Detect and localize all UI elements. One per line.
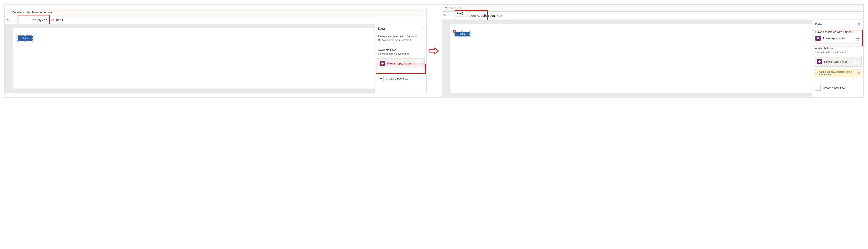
- resize-handle[interactable]: [17, 40, 18, 42]
- resize-handle[interactable]: [24, 40, 26, 42]
- resize-handle[interactable]: [32, 35, 33, 36]
- canvas[interactable]: Button ✕ ⌄: [451, 24, 812, 93]
- info-icon: ⓘ: [815, 72, 818, 75]
- info-banner: ⓘ Complete flow's parameters in formula …: [814, 69, 862, 77]
- resize-handle[interactable]: [32, 37, 33, 39]
- close-icon[interactable]: ✕: [858, 72, 860, 75]
- canvas[interactable]: Button: [13, 28, 375, 88]
- data-panel: Data ✕ Flows associated with 'Button1' N…: [375, 24, 426, 93]
- create-flow-button[interactable]: ＋ Create a new flow: [375, 74, 426, 83]
- available-flows-heading: Available flows: [375, 47, 426, 52]
- flow-item[interactable]: Power Apps button ⋯: [377, 58, 425, 68]
- left-pane: On select Power Automate fx ⌄ Set(myvar,…: [4, 9, 427, 93]
- arrow-icon: [429, 47, 439, 55]
- no-flows-text: No flows have been selected.: [375, 39, 426, 44]
- env-text: Flows from this environment: [812, 51, 863, 56]
- data-panel-title: Data: [815, 22, 822, 26]
- fx-label[interactable]: fx ⌄: [5, 16, 14, 24]
- formula-bar[interactable]: fx ⌄ PowerAppsbutton.Run(: [442, 11, 864, 20]
- close-icon[interactable]: ✕: [421, 27, 423, 30]
- chevron-down-icon[interactable]: ⌄: [457, 30, 459, 33]
- action-icon: [8, 11, 11, 14]
- create-flow-button[interactable]: ＋ Create a new flow: [812, 83, 863, 93]
- resize-handle[interactable]: [461, 36, 463, 37]
- svg-rect-0: [8, 11, 10, 13]
- chevron-down-icon: ⌄: [10, 19, 12, 21]
- more-button[interactable]: ⋯: [417, 61, 422, 66]
- flow-item[interactable]: Power Apps bon ⋯: [814, 57, 862, 66]
- flow-name: Power Apps button: [387, 62, 414, 65]
- resize-handle[interactable]: [469, 30, 471, 32]
- powerapps-icon: [815, 36, 820, 41]
- available-flows-heading: Available flows: [812, 45, 863, 51]
- text-cursor: [504, 14, 504, 18]
- resize-handle[interactable]: [24, 35, 26, 36]
- svg-rect-1: [445, 7, 447, 9]
- env-text: Flows from this environment: [375, 52, 426, 58]
- fx-label[interactable]: fx ⌄: [442, 11, 451, 20]
- resize-handle[interactable]: [454, 33, 455, 35]
- plus-icon: ＋: [378, 76, 384, 81]
- resize-handle[interactable]: [17, 37, 18, 39]
- data-panel-title: Data: [378, 27, 385, 30]
- resize-handle[interactable]: [469, 36, 471, 37]
- powerapps-icon: [380, 61, 385, 66]
- resize-handle[interactable]: [454, 36, 455, 37]
- plus-icon: ＋: [815, 85, 820, 91]
- formula-bar[interactable]: fx ⌄ Set(myvar,"Value"): [5, 16, 426, 24]
- resize-handle[interactable]: [454, 30, 455, 32]
- more-button[interactable]: ⋯: [854, 59, 858, 64]
- right-pane: On select Run() fx ⌄ PowerAppsbutton.Run…: [442, 4, 864, 97]
- canvas-area: Button Data ✕ Flows asso: [5, 24, 426, 93]
- resize-handle[interactable]: [469, 33, 471, 35]
- flow-item[interactable]: Power Apps button ⋯: [812, 34, 863, 42]
- flow-name: Power Apps bon: [824, 60, 851, 63]
- canvas-area: Button ✕ ⌄ Data ✕: [442, 20, 864, 97]
- resize-handle[interactable]: [461, 30, 463, 32]
- resize-handle[interactable]: [17, 35, 18, 36]
- flow-name: Power Apps button: [823, 37, 853, 40]
- close-icon[interactable]: ✕: [858, 23, 860, 26]
- resize-handle[interactable]: [32, 40, 33, 42]
- powerapps-icon: [817, 59, 822, 64]
- flows-associated-heading: Flows associated with 'Button1': [375, 33, 426, 39]
- run-tooltip: Run(): [455, 11, 467, 16]
- data-panel: Data ✕ Flows associated with 'Button1' P…: [812, 20, 863, 97]
- flows-associated-heading: Flows associated with 'Button1': [812, 29, 863, 34]
- action-icon: [445, 7, 448, 10]
- button-control[interactable]: Button: [18, 36, 33, 40]
- chevron-down-icon: ⌄: [447, 15, 449, 17]
- more-button[interactable]: ⋯: [855, 36, 860, 40]
